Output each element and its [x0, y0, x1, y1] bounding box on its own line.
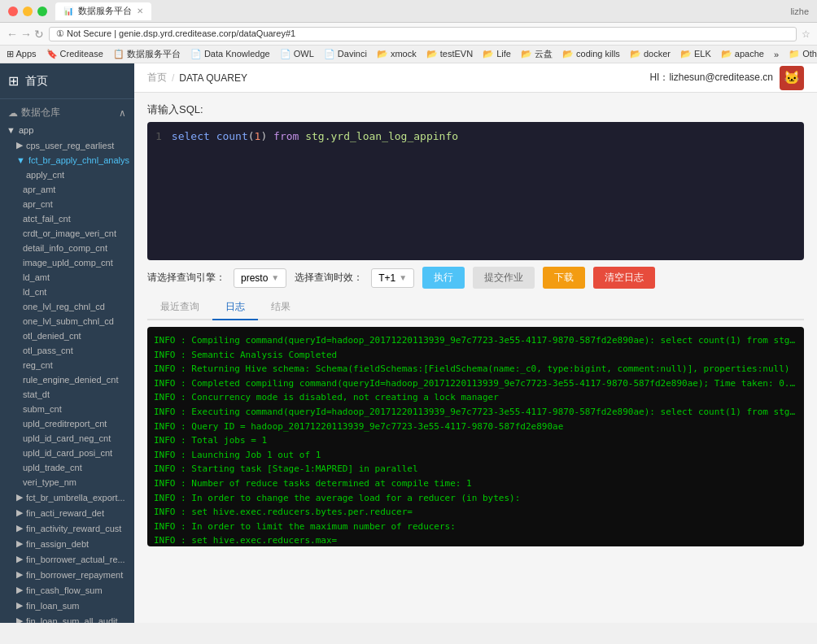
- log-line: INFO : set hive.exec.reducers.max=: [154, 533, 797, 546]
- tree-item-fin-borrower-actual[interactable]: ▶ fin_borrower_actual_re...: [0, 551, 134, 567]
- tree-item-detail[interactable]: detail_info_comp_cnt: [0, 241, 134, 255]
- tab-close-icon[interactable]: ✕: [137, 7, 143, 15]
- tree-item-apr-cnt[interactable]: apr_cnt: [0, 197, 134, 211]
- bookmark-platform[interactable]: 📋 数据服务平台: [113, 48, 181, 60]
- tree-item-reg-cnt[interactable]: reg_cnt: [0, 358, 134, 372]
- tree-item-cps-label: cps_user_reg_earliest: [26, 141, 114, 150]
- tab-favicon: 📊: [63, 7, 73, 15]
- run-button[interactable]: 执行: [422, 267, 465, 289]
- sql-code: select count(1) from stg.yrd_loan_log_ap…: [172, 130, 458, 142]
- arrow-down-icon2: ▼: [16, 155, 25, 165]
- arrow-right-icon8: ▶: [16, 585, 23, 595]
- bookmark-life[interactable]: 📂 Life: [483, 49, 511, 59]
- traffic-lights: [8, 7, 47, 16]
- arrow-right-icon2: ▶: [16, 492, 23, 503]
- close-button[interactable]: [8, 7, 18, 16]
- tab-results[interactable]: 结果: [258, 295, 304, 320]
- bookmark-apache[interactable]: 📂 apache: [721, 49, 764, 59]
- top-bar: 首页 / DATA QUAREY HI：lizhesun@creditease.…: [134, 63, 817, 93]
- tree-item-upld-id-neg[interactable]: upld_id_card_neg_cnt: [0, 431, 134, 446]
- tree-item-image-upld[interactable]: image_upld_comp_cnt: [0, 255, 134, 270]
- bookmark-docker[interactable]: 📂 docker: [630, 49, 671, 59]
- clear-log-button[interactable]: 清空日志: [593, 267, 655, 289]
- cloud-icon: ☁: [8, 107, 18, 119]
- tree-item-one-lvl-reg[interactable]: one_lvl_reg_chnl_cd: [0, 299, 134, 314]
- tab-recent-queries[interactable]: 最近查询: [147, 295, 212, 320]
- tree-item-otl-denied[interactable]: otl_denied_cnt: [0, 329, 134, 343]
- tree-item-stat-dt[interactable]: stat_dt: [0, 387, 134, 402]
- minimize-button[interactable]: [23, 7, 33, 16]
- sql-editor[interactable]: 1 select count(1) from stg.yrd_loan_log_…: [147, 122, 804, 260]
- sidebar-section-warehouse[interactable]: ☁ 数据仓库 ∧: [0, 99, 134, 123]
- sql-paren: (: [248, 130, 255, 142]
- query-time-value: T+1: [378, 272, 395, 284]
- bookmark-xmock[interactable]: 📂 xmock: [377, 49, 417, 59]
- bookmark-elk[interactable]: 📂 ELK: [680, 49, 711, 59]
- tree-item-fin-loan[interactable]: ▶ fin_loan_sum: [0, 598, 134, 613]
- submit-button[interactable]: 提交作业: [473, 267, 535, 289]
- log-line: INFO : Number of reduce tasks determined…: [154, 476, 797, 491]
- url-input[interactable]: [49, 27, 797, 41]
- tree-item-subm-cnt[interactable]: subm_cnt: [0, 402, 134, 416]
- bookmark-apps[interactable]: ⊞ Apps: [7, 49, 37, 59]
- tree-item-one-lvl-subm[interactable]: one_lvl_subm_chnl_cd: [0, 314, 134, 329]
- forward-button[interactable]: →: [20, 28, 32, 41]
- tree-item-fin-assign[interactable]: ▶ fin_assign_debt: [0, 536, 134, 551]
- breadcrumb-home[interactable]: 首页: [147, 71, 167, 85]
- avatar: 🐱: [780, 66, 804, 90]
- back-button[interactable]: ←: [7, 28, 18, 41]
- tree-item-fin-borrower-rep[interactable]: ▶ fin_borrower_repayment: [0, 567, 134, 582]
- tab-logs[interactable]: 日志: [212, 295, 258, 320]
- bookmark-owl[interactable]: 📄 OWL: [280, 49, 314, 59]
- maximize-button[interactable]: [37, 7, 47, 16]
- tree-item-apply-cnt[interactable]: apply_cnt: [0, 168, 134, 182]
- tree-item-fin-loan-audit[interactable]: ▶ fin_loan_sum_all_audit: [0, 613, 134, 623]
- log-area[interactable]: INFO : Compiling command(queryId=hadoop_…: [147, 327, 804, 546]
- app-container: ⊞ 首页 ☁ 数据仓库 ∧ ▼ app ▶ cps_user_reg_earli…: [0, 63, 817, 623]
- bookmark-codingkills[interactable]: 📂 coding kills: [562, 49, 620, 59]
- arrow-down-icon: ▼: [7, 125, 15, 135]
- chevron-down-icon2: ▼: [399, 273, 407, 282]
- tree-item-apr-amt[interactable]: apr_amt: [0, 182, 134, 197]
- refresh-button[interactable]: ↻: [34, 28, 44, 41]
- tree-item-fin-cash[interactable]: ▶ fin_cash_flow_sum: [0, 582, 134, 598]
- chevron-up-icon: ∧: [119, 107, 126, 119]
- tree-item-otl-pass[interactable]: otl_pass_cnt: [0, 343, 134, 358]
- controls-row: 请选择查询引擎： presto ▼ 选择查询时效： T+1 ▼ 执行 提交作业 …: [147, 260, 804, 295]
- tree-item-upld-id-pos[interactable]: upld_id_card_posi_cnt: [0, 446, 134, 460]
- tree-item-rule-engine[interactable]: rule_engine_denied_cnt: [0, 372, 134, 387]
- tree-item-ld-cnt[interactable]: ld_cnt: [0, 285, 134, 299]
- log-line: INFO : Semantic Analysis Completed: [154, 348, 797, 363]
- bookmark-dataknowledge[interactable]: 📄 Data Knowledge: [190, 49, 270, 59]
- sidebar: ⊞ 首页 ☁ 数据仓库 ∧ ▼ app ▶ cps_user_reg_earli…: [0, 63, 134, 623]
- tree-item-fct-umbrella[interactable]: ▶ fct_br_umbrella_export...: [0, 490, 134, 505]
- sql-keyword-from: from: [267, 130, 305, 142]
- tree-item-app[interactable]: ▼ app: [0, 123, 134, 137]
- tree-item-cps[interactable]: ▶ cps_user_reg_earliest: [0, 137, 134, 153]
- bookmark-testevn[interactable]: 📂 testEVN: [426, 49, 473, 59]
- sql-keyword-select: select: [172, 130, 216, 142]
- star-icon[interactable]: ☆: [802, 28, 810, 40]
- tree-item-atct-fail[interactable]: atct_fail_cnt: [0, 211, 134, 226]
- browser-tab[interactable]: 📊 数据服务平台 ✕: [55, 2, 151, 20]
- tree-item-fct-br[interactable]: ▼ fct_br_apply_chnl_analys: [0, 153, 134, 168]
- arrow-right-icon: ▶: [16, 140, 23, 150]
- tree-item-upld-credit[interactable]: upld_creditreport_cnt: [0, 416, 134, 431]
- tree-item-fin-activity[interactable]: ▶ fin_activity_reward_cust: [0, 520, 134, 536]
- download-button[interactable]: 下载: [543, 267, 585, 289]
- tree-item-ld-amt[interactable]: ld_amt: [0, 270, 134, 285]
- bookmark-creditease[interactable]: 🔖 Creditease: [46, 49, 103, 59]
- bookmark-more[interactable]: »: [774, 50, 779, 59]
- tree-item-fin-acti[interactable]: ▶ fin_acti_reward_det: [0, 505, 134, 520]
- tree-item-upld-trade[interactable]: upld_trade_cnt: [0, 460, 134, 475]
- grid-icon: ⊞: [8, 73, 19, 89]
- log-line: INFO : Total jobs = 1: [154, 433, 797, 448]
- tree-item-crdt[interactable]: crdt_or_image_veri_cnt: [0, 226, 134, 241]
- query-time-select[interactable]: T+1 ▼: [371, 268, 414, 288]
- sidebar-home[interactable]: ⊞ 首页: [0, 63, 134, 99]
- bookmark-davinci[interactable]: 📄 Davinci: [324, 49, 367, 59]
- bookmark-yunapan[interactable]: 📂 云盘: [521, 48, 553, 60]
- bookmark-other[interactable]: 📁 Other Bookmarks: [789, 49, 817, 59]
- tree-item-veri-type[interactable]: veri_type_nm: [0, 475, 134, 490]
- query-engine-select[interactable]: presto ▼: [234, 268, 286, 288]
